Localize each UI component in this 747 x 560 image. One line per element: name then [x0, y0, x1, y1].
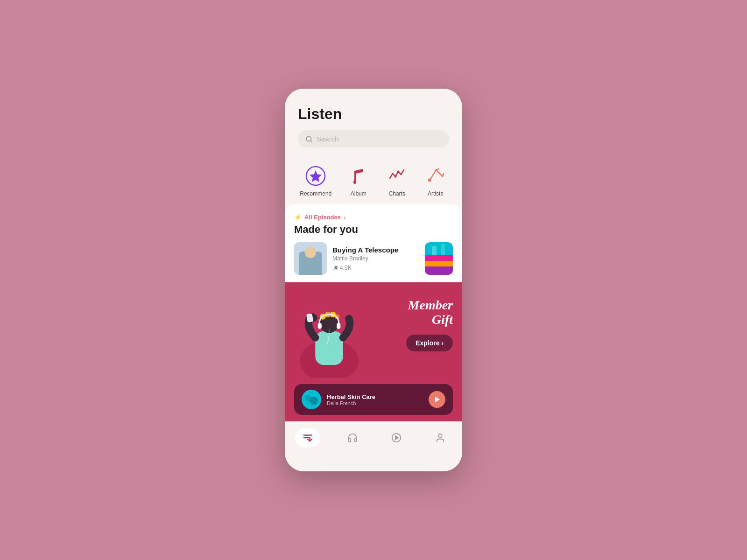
- svg-marker-3: [310, 170, 322, 182]
- member-gift-title: MemberGift: [408, 298, 453, 327]
- search-icon: [305, 135, 313, 143]
- svg-rect-21: [441, 244, 445, 255]
- svg-rect-12: [294, 242, 327, 275]
- playlist-icon: [303, 433, 313, 443]
- search-placeholder: Search: [317, 135, 442, 143]
- nav-item-profile[interactable]: [429, 428, 452, 447]
- album-label: Album: [351, 190, 366, 197]
- explore-button[interactable]: Explore ›: [406, 335, 453, 351]
- member-gift-illustration: [294, 294, 364, 379]
- svg-line-9: [443, 174, 444, 176]
- app-title: Listen: [298, 105, 449, 123]
- svg-point-6: [397, 171, 400, 173]
- svg-point-41: [438, 434, 442, 437]
- svg-rect-29: [318, 323, 322, 329]
- svg-line-1: [310, 140, 312, 142]
- search-bar[interactable]: Search: [298, 130, 449, 147]
- svg-rect-20: [432, 246, 437, 255]
- category-charts[interactable]: Charts: [385, 164, 409, 197]
- nav-item-play[interactable]: [385, 428, 408, 447]
- svg-rect-18: [425, 261, 453, 266]
- svg-point-34: [310, 397, 318, 405]
- category-recommend[interactable]: Recommend: [300, 164, 331, 197]
- section-header: ⚡ All Episodes ›: [294, 214, 453, 221]
- now-playing-thumbnail: [302, 390, 321, 409]
- svg-rect-17: [425, 255, 453, 261]
- svg-point-11: [428, 179, 431, 182]
- svg-rect-30: [337, 323, 340, 329]
- recommend-label: Recommend: [300, 190, 331, 197]
- nav-item-headphones[interactable]: [341, 428, 364, 447]
- now-playing-artist: Della French: [327, 400, 423, 406]
- svg-marker-35: [435, 397, 440, 402]
- category-album[interactable]: Album: [347, 164, 370, 197]
- phone-frame: Listen Search Recommend: [285, 89, 462, 471]
- recommend-icon: [304, 164, 327, 188]
- svg-point-13: [304, 248, 317, 260]
- charts-icon: [385, 164, 409, 188]
- bottom-navigation: [285, 421, 462, 456]
- play-count: 4.5K: [340, 265, 352, 271]
- artists-label: Artists: [428, 190, 443, 197]
- person-icon: [435, 433, 445, 443]
- bolt-icon: ⚡: [294, 214, 302, 221]
- now-playing-play-button[interactable]: [429, 391, 445, 408]
- chevron-right-icon: ›: [344, 214, 345, 221]
- svg-point-5: [395, 175, 397, 178]
- headphones-icon: [347, 433, 358, 443]
- nav-item-playlist[interactable]: [295, 428, 320, 447]
- member-gift-text: MemberGift Explore ›: [406, 294, 453, 351]
- section-title: Made for you: [294, 224, 453, 236]
- made-for-you-section: ⚡ All Episodes › Made for you Buying A T…: [285, 204, 462, 282]
- artists-icon: [424, 164, 447, 188]
- svg-line-7: [436, 170, 443, 176]
- play-icon: [433, 396, 441, 403]
- svg-marker-40: [395, 436, 398, 439]
- svg-rect-15: [303, 260, 317, 264]
- member-gift-content: MemberGift Explore ›: [285, 282, 462, 379]
- svg-line-10: [430, 170, 436, 179]
- svg-rect-19: [425, 266, 453, 275]
- member-gift-section: MemberGift Explore › Herbal Skin Care: [285, 282, 462, 421]
- svg-rect-23: [315, 331, 343, 365]
- charts-label: Charts: [389, 190, 405, 197]
- categories-row: Recommend Album Charts: [285, 155, 462, 204]
- episode-card[interactable]: Buying A Telescope Mattie Bradley 4.5K: [294, 242, 453, 275]
- now-playing-info: Herbal Skin Care Della French: [327, 393, 423, 406]
- svg-point-4: [353, 181, 356, 184]
- album-icon: [347, 164, 370, 188]
- all-episodes-link[interactable]: All Episodes: [304, 214, 341, 221]
- header: Listen Search: [285, 89, 462, 155]
- category-artists[interactable]: Artists: [424, 164, 447, 197]
- play-circle-icon: [391, 433, 402, 443]
- svg-rect-14: [301, 262, 320, 275]
- now-playing-bar[interactable]: Herbal Skin Care Della French: [294, 384, 453, 415]
- episode-thumbnail-building: [425, 242, 453, 275]
- episode-thumbnail-person: [294, 242, 327, 275]
- music-note-small-icon: [332, 265, 338, 271]
- now-playing-title: Herbal Skin Care: [327, 393, 423, 400]
